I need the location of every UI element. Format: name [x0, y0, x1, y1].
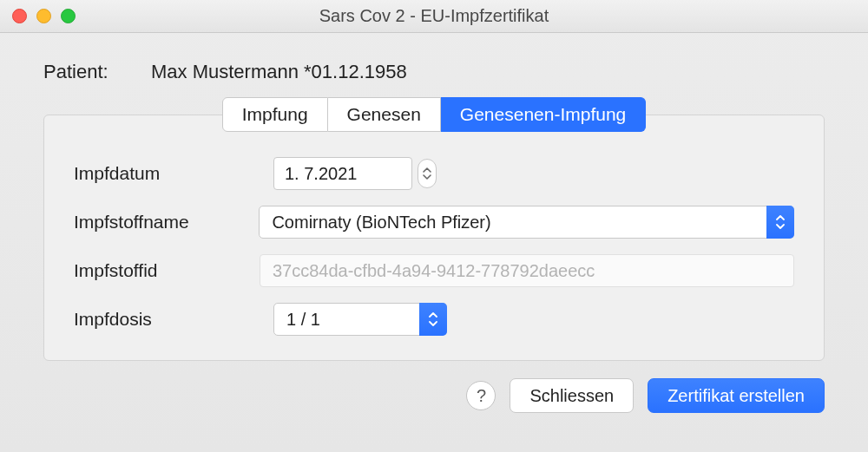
field-impfstoffid: 37cc84da-cfbd-4a94-9412-778792daeecc	[260, 254, 794, 287]
patient-name: Max Mustermann *01.12.1958	[151, 61, 407, 83]
row-impfdatum: Impfdatum 1. 7.2021	[74, 157, 794, 190]
select-impfdosis-value: 1 / 1	[286, 310, 320, 330]
label-impfdatum: Impfdatum	[74, 163, 273, 184]
dropdown-indicator-icon	[766, 206, 794, 239]
window-title: Sars Cov 2 - EU-Impfzertifikat	[0, 6, 868, 26]
dropdown-indicator-icon	[419, 303, 447, 336]
create-certificate-button[interactable]: Zertifikat erstellen	[648, 378, 825, 413]
row-impfstoffname: Impfstoffname Comirnaty (BioNTech Pfizer…	[74, 206, 794, 239]
window-minimize-button[interactable]	[36, 9, 51, 23]
help-icon: ?	[477, 386, 486, 406]
date-stepper[interactable]	[418, 159, 437, 188]
select-impfstoffname[interactable]: Comirnaty (BioNTech Pfizer)	[259, 206, 794, 239]
row-impfdosis: Impfdosis 1 / 1	[74, 303, 794, 336]
window-close-button[interactable]	[12, 9, 27, 23]
patient-row: Patient: Max Mustermann *01.12.1958	[43, 61, 825, 83]
date-wrap: 1. 7.2021	[273, 157, 437, 190]
patient-label: Patient:	[43, 61, 122, 83]
tab-genesenen-impfung[interactable]: Genesenen-Impfung	[441, 97, 646, 132]
row-impfstoffid: Impfstoffid 37cc84da-cfbd-4a94-9412-7787…	[74, 254, 794, 287]
label-impfstoffid: Impfstoffid	[74, 260, 260, 281]
select-impfstoffname-value: Comirnaty (BioNTech Pfizer)	[272, 213, 490, 233]
close-button[interactable]: Schliessen	[510, 378, 634, 413]
traffic-lights	[12, 9, 76, 23]
button-row: ? Schliessen Zertifikat erstellen	[43, 378, 825, 413]
input-impfdatum[interactable]: 1. 7.2021	[273, 157, 412, 190]
help-button[interactable]: ?	[466, 381, 496, 410]
tab-genesen[interactable]: Genesen	[328, 97, 441, 132]
content-area: Patient: Max Mustermann *01.12.1958 Impf…	[0, 33, 868, 429]
select-impfdosis[interactable]: 1 / 1	[273, 303, 447, 336]
form-group: Impfdatum 1. 7.2021 Impfstoffname Comirn…	[43, 115, 825, 361]
window-zoom-button[interactable]	[61, 9, 76, 23]
label-impfstoffname: Impfstoffname	[74, 212, 259, 233]
tabs: Impfung Genesen Genesenen-Impfung	[43, 97, 825, 132]
chevron-up-icon	[423, 167, 431, 174]
window-titlebar: Sars Cov 2 - EU-Impfzertifikat	[0, 0, 868, 33]
tab-impfung[interactable]: Impfung	[222, 97, 328, 132]
label-impfdosis: Impfdosis	[74, 309, 273, 330]
chevron-down-icon	[423, 174, 431, 180]
